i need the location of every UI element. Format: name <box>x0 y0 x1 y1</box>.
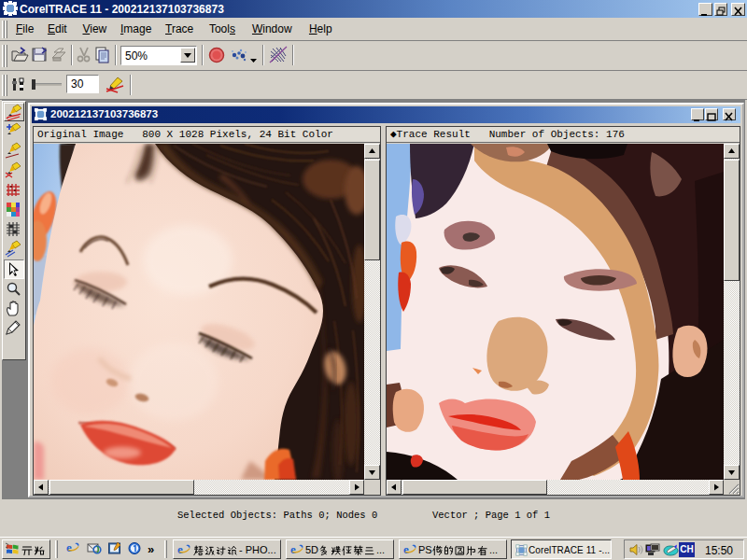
svg-text:e: e <box>290 543 296 556</box>
svg-text:e: e <box>403 543 409 556</box>
svg-text:e: e <box>177 543 183 556</box>
svg-text:e: e <box>66 541 72 554</box>
